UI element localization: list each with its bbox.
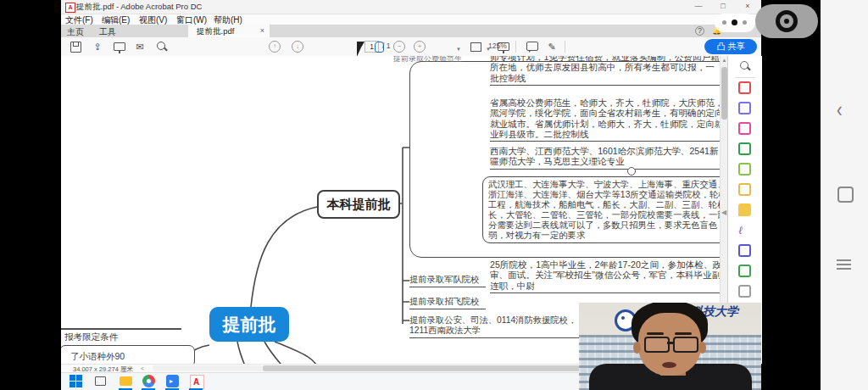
task-view-icon[interactable] xyxy=(95,376,106,386)
tab-tools[interactable]: 工具 xyxy=(99,26,116,38)
prepare-form-icon[interactable] xyxy=(738,183,751,196)
hscroll-left-icon[interactable]: < xyxy=(141,365,144,371)
hand-tool-icon[interactable] xyxy=(373,41,385,53)
mindmap-node: 西南大学、江西师范大学、1601哈尔滨师范大学、2541新疆师范大学，马克思主义… xyxy=(490,146,720,170)
fragment-language-box: 了小语种外90 xyxy=(61,345,195,364)
search-tools-icon[interactable] xyxy=(738,59,751,72)
close-button[interactable]: × xyxy=(738,1,757,12)
dot-icon xyxy=(732,20,737,25)
presenter-ear xyxy=(698,342,706,354)
mindmap-node: 武汉理工、大连海事大学、宁波大学、上海海事、重庆交通、浙江海洋、大连海洋、烟台大… xyxy=(482,176,720,243)
zoom-in-icon[interactable]: + xyxy=(414,41,426,53)
minimize-button[interactable]: — xyxy=(689,1,708,12)
divider xyxy=(61,328,181,330)
organize-pages-icon[interactable] xyxy=(738,163,751,176)
presenter-eyebrow xyxy=(647,332,664,335)
branch-label-partial: 提前录取公费师范生 xyxy=(393,56,462,64)
glasses-bridge xyxy=(667,342,674,344)
presenter-mouth xyxy=(662,362,676,368)
menu-bar: 文件(F) 编辑(E) 视图(V) 窗口(W) 帮助(H) xyxy=(61,14,761,25)
scrollbar-thumb[interactable] xyxy=(721,67,727,120)
comment-tool-icon[interactable] xyxy=(738,203,751,216)
create-pdf-icon[interactable] xyxy=(738,81,751,94)
print-icon[interactable] xyxy=(113,41,125,53)
mindmap-label-military: 提前录取军队院校 xyxy=(409,275,486,287)
window-title: 提前批.pdf - Adobe Acrobat Pro DC xyxy=(76,2,202,13)
fit-caret-icon[interactable]: ▼ xyxy=(482,43,494,55)
record-button-icon[interactable] xyxy=(776,10,798,32)
tab-home[interactable]: 主页 xyxy=(67,26,84,38)
pencil-icon[interactable]: ✎ xyxy=(546,41,558,53)
pdf-app-icon: A xyxy=(65,3,75,13)
windows-start-icon[interactable] xyxy=(70,375,82,387)
screen: { "window": { "title": "提前批.pdf - Adobe … xyxy=(0,0,868,390)
fill-sign-icon[interactable]: ℓ xyxy=(738,224,751,237)
tab-bar: 主页 工具 提前批.pdf × ? 🔔 xyxy=(61,25,761,37)
presenter-ear xyxy=(633,342,641,354)
glasses-right-lens xyxy=(673,337,698,353)
comment-bubble-icon[interactable] xyxy=(526,41,537,53)
share-icon: 凸 xyxy=(717,42,726,51)
search-icon[interactable] xyxy=(156,41,168,53)
share-button[interactable]: 凸 共享 xyxy=(704,39,757,54)
webcam-overlay: 科技大学 xyxy=(579,303,761,390)
title-bar: A 提前批.pdf - Adobe Acrobat Pro DC — □ × xyxy=(61,0,761,14)
presentation-icon[interactable] xyxy=(497,41,509,53)
mindmap-label-police: 提前录取公安、司法、0114消防救援院校，1211西南政法大学 xyxy=(409,315,584,338)
mindmap-node: 省属高校公费师范生，哈师大，齐大，牡师院，大庆师范，黑河学院，绥化学院，面向全省… xyxy=(490,98,720,142)
divider xyxy=(735,77,755,78)
cloud-upload-icon[interactable]: ⇪ xyxy=(92,41,103,53)
export-pdf-icon[interactable] xyxy=(738,142,751,155)
main-toolbar: ⇪ ✉ ↑ ↓ 1 / 1 − + 125% ▼ ▼ ✎ xyxy=(61,37,761,57)
dot-icon xyxy=(743,20,747,25)
chrome-icon[interactable] xyxy=(142,375,155,387)
android-nav-panel: ‹ xyxy=(821,0,868,390)
node-early-batch-root: 提前批 xyxy=(209,307,289,342)
mindmap-node: 师专项计划，1免学费住宿费，就业落实编制，公费回户籍所在地，优师去原发困县初高中… xyxy=(490,56,720,86)
maximize-button[interactable]: □ xyxy=(714,1,732,12)
scrollbar-thumb[interactable] xyxy=(263,365,619,371)
glasses-left-lens xyxy=(644,337,670,353)
acrobat-taskbar-icon[interactable] xyxy=(190,375,204,389)
print-production-icon[interactable] xyxy=(738,265,751,277)
meeting-app-icon[interactable] xyxy=(166,375,179,387)
fit-width-icon[interactable] xyxy=(470,41,481,53)
mindmap-node: 25所院校，1高中毕业生，2年龄17-20之间，参加体检、政审、面试。关注"军校… xyxy=(490,259,720,293)
edit-pdf-icon[interactable] xyxy=(738,122,751,135)
tab-close-icon[interactable]: × xyxy=(260,26,264,35)
more-tools-icon[interactable] xyxy=(738,285,751,298)
page-up-icon[interactable]: ↑ xyxy=(269,41,281,53)
help-icon[interactable]: ? xyxy=(695,26,704,36)
select-tool-icon[interactable] xyxy=(354,41,366,53)
zoom-caret-icon[interactable]: ▼ xyxy=(453,43,465,55)
page-down-icon[interactable]: ↓ xyxy=(292,41,303,53)
save-icon[interactable] xyxy=(70,41,81,53)
zoom-out-icon[interactable]: − xyxy=(393,41,405,53)
mindmap-label-pilot: 提前录取招飞院校 xyxy=(409,297,486,309)
recorder-dots-widget[interactable] xyxy=(715,14,755,32)
send-for-signature-icon[interactable] xyxy=(738,244,751,257)
dot-icon xyxy=(722,20,726,25)
combine-files-icon[interactable] xyxy=(738,102,751,114)
collapse-handle-icon[interactable] xyxy=(627,167,636,176)
presenter-eyebrow xyxy=(675,332,692,335)
screen-record-pill[interactable] xyxy=(755,4,818,38)
tab-document[interactable]: 提前批.pdf × xyxy=(188,25,270,37)
node-undergrad-early-batch: 本科提前批 xyxy=(317,190,400,219)
sidebar-collapse-icon[interactable]: ◀ xyxy=(721,209,726,216)
nav-home-icon[interactable] xyxy=(837,187,854,203)
nav-recents-icon[interactable] xyxy=(837,257,851,272)
email-icon[interactable]: ✉ xyxy=(134,41,146,53)
file-explorer-icon[interactable] xyxy=(120,376,132,386)
fragment-limit-condition: 报考限定条件 xyxy=(64,332,118,343)
nav-back-icon[interactable]: ‹ xyxy=(837,98,843,123)
